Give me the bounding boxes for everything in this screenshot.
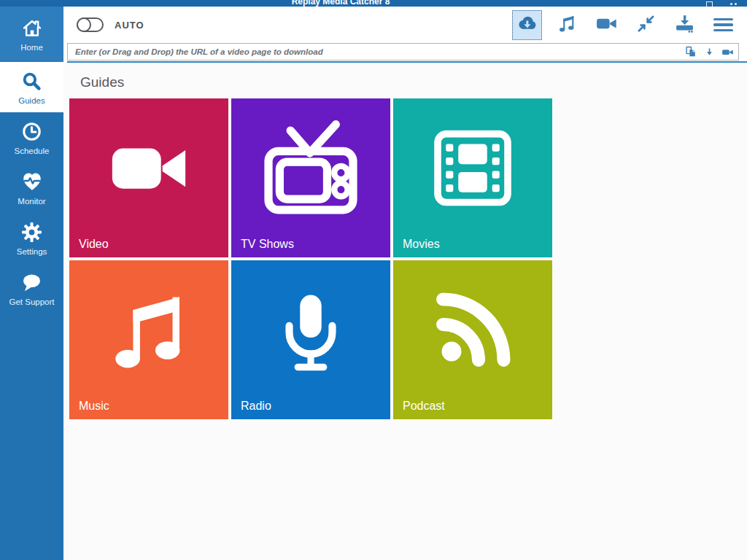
toolbar: AUTO (63, 7, 747, 43)
toggle-off-icon (77, 18, 104, 32)
guide-tile-label: Radio (241, 400, 271, 413)
url-bar-icons (685, 46, 734, 58)
app-window: Replay Media Catcher 8 Home (0, 0, 747, 560)
sidebar-item-label: Home (20, 43, 43, 52)
downloads-button[interactable] (670, 11, 699, 39)
collapse-button[interactable] (632, 12, 659, 39)
sidebar-item-monitor[interactable]: Monitor (0, 163, 63, 213)
window-title: Replay Media Catcher 8 (0, 0, 747, 7)
window-controls (706, 1, 737, 7)
microphone-icon (266, 286, 355, 375)
sidebar-item-label: Schedule (15, 147, 50, 155)
video-camera-button[interactable] (592, 10, 622, 40)
film-strip-icon (426, 122, 519, 215)
guide-tile-label: Video (79, 238, 109, 251)
sidebar-item-get-support[interactable]: Get Support (0, 263, 63, 314)
toolbar-buttons (512, 10, 737, 40)
sidebar-item-label: Monitor (18, 197, 45, 206)
auto-toggle-label: AUTO (115, 20, 144, 31)
paste-icon[interactable] (685, 46, 697, 58)
content-area: AUTO (63, 7, 747, 560)
guide-tile-label: Movies (403, 238, 440, 251)
music-button[interactable] (553, 11, 581, 39)
window-close-button[interactable] (730, 3, 737, 5)
url-bar-row (63, 43, 747, 61)
search-icon (20, 70, 43, 93)
download-tray-icon (674, 13, 695, 37)
url-input[interactable] (74, 44, 685, 59)
window-restore-button[interactable] (706, 1, 713, 7)
guides-grid: Video (69, 98, 747, 419)
guide-tile-music[interactable]: Music (69, 260, 228, 419)
guide-tile-label: TV Shows (241, 238, 294, 251)
rss-icon (429, 287, 516, 374)
guide-tile-label: Podcast (403, 400, 445, 413)
sidebar-item-settings[interactable]: Settings (0, 213, 63, 263)
home-icon (21, 18, 43, 39)
download-arrow-icon[interactable] (704, 47, 715, 58)
menu-button[interactable] (710, 16, 737, 34)
clock-icon (20, 120, 43, 143)
gear-icon (20, 221, 43, 244)
video-camera-icon (595, 12, 618, 38)
guide-tile-label: Music (79, 400, 109, 413)
guide-tile-movies[interactable]: Movies (393, 98, 552, 257)
music-note-icon (103, 284, 195, 376)
sidebar-item-schedule[interactable]: Schedule (0, 112, 63, 163)
sidebar-item-label: Settings (17, 247, 47, 256)
sidebar-item-label: Guides (18, 96, 44, 105)
url-input-box (67, 43, 739, 61)
collapse-arrows-icon (636, 14, 656, 36)
chat-bubble-icon (20, 271, 43, 294)
window-body: Home Guides Schedule (0, 7, 747, 560)
sidebar: Home Guides Schedule (0, 7, 63, 560)
hamburger-menu-icon (713, 18, 733, 32)
window-titlebar: Replay Media Catcher 8 (0, 0, 747, 7)
tv-icon (259, 116, 363, 219)
guide-tile-video[interactable]: Video (69, 98, 228, 257)
auto-toggle[interactable]: AUTO (77, 18, 144, 32)
main-panel: Guides Video (63, 63, 747, 560)
page-title: Guides (80, 74, 747, 90)
camera-icon[interactable] (721, 46, 734, 58)
music-note-icon (557, 13, 577, 36)
guide-tile-tv-shows[interactable]: TV Shows (231, 98, 390, 257)
sidebar-item-label: Get Support (9, 298, 54, 306)
video-camera-icon (97, 126, 201, 212)
cloud-download-button[interactable] (512, 10, 542, 40)
heart-pulse-icon (20, 170, 44, 193)
cloud-download-icon (516, 12, 538, 38)
sidebar-item-guides[interactable]: Guides (0, 62, 63, 112)
guide-tile-podcast[interactable]: Podcast (393, 260, 552, 419)
sidebar-item-home[interactable]: Home (0, 7, 63, 62)
guide-tile-radio[interactable]: Radio (231, 260, 390, 419)
